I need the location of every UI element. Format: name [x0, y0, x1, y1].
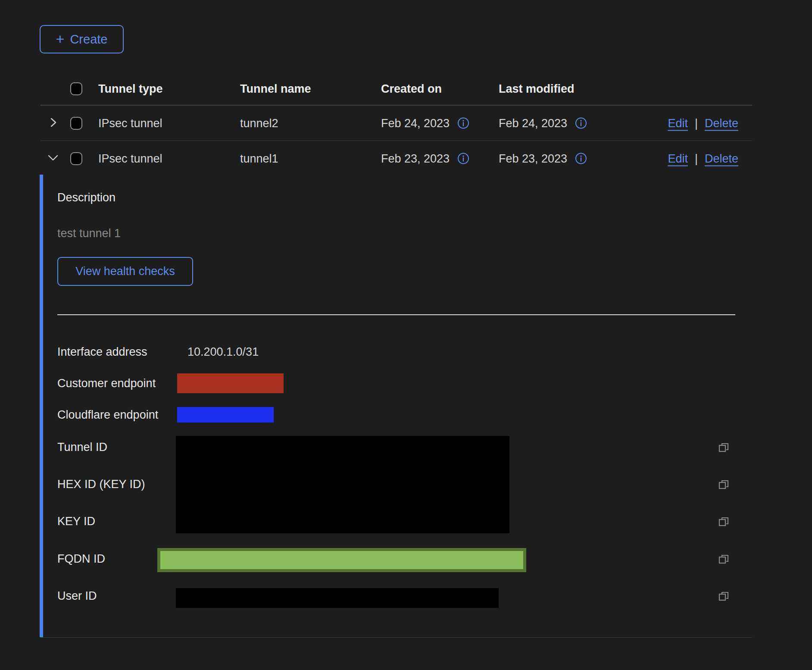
tunnel-name-value: tunnel2 [240, 116, 278, 130]
interface-address-value: 10.200.1.0/31 [187, 345, 259, 359]
action-separator: | [695, 116, 698, 130]
tunnel-name-value: tunnel1 [240, 152, 278, 165]
tunnel-type-value: IPsec tunnel [98, 116, 162, 130]
key-id-label: KEY ID [57, 515, 95, 528]
hex-id-label: HEX ID (KEY ID) [57, 478, 145, 491]
user-id-label: User ID [57, 589, 97, 603]
created-on-value: Feb 24, 2023 [381, 116, 450, 130]
table-row-tunnel1: IPsec tunnel tunnel1 Feb 23, 2023 Feb 23… [41, 141, 752, 176]
info-icon[interactable] [575, 153, 587, 165]
row-checkbox-tunnel2[interactable] [70, 117, 82, 130]
header-tunnel-type: Tunnel type [98, 82, 163, 95]
plus-icon: + [56, 31, 65, 46]
chevron-right-icon[interactable] [47, 117, 59, 128]
copy-icon[interactable] [718, 479, 730, 491]
select-all-checkbox-cell [70, 82, 82, 95]
copy-icon[interactable] [718, 590, 730, 602]
edit-link[interactable]: Edit [668, 152, 688, 165]
table-row-tunnel2: IPsec tunnel tunnel2 Feb 24, 2023 Feb 24… [41, 106, 752, 141]
tunnel-id-label: Tunnel ID [57, 441, 107, 454]
created-on-value: Feb 23, 2023 [381, 152, 450, 165]
info-icon[interactable] [575, 117, 587, 129]
header-created-on: Created on [381, 82, 442, 95]
delete-link[interactable]: Delete [705, 152, 738, 165]
interface-address-label: Interface address [57, 345, 147, 359]
action-separator: | [695, 152, 698, 165]
description-value: test tunnel 1 [57, 227, 121, 240]
fqdn-id-redaction [157, 548, 526, 572]
view-health-checks-button[interactable]: View health checks [57, 257, 193, 286]
last-modified-value: Feb 24, 2023 [499, 116, 567, 130]
row-checkbox-tunnel1[interactable] [70, 152, 82, 165]
copy-icon[interactable] [718, 441, 730, 454]
tunnel-table: Tunnel type Tunnel name Created on Last … [41, 72, 752, 176]
table-bottom-divider [41, 637, 752, 638]
header-tunnel-name: Tunnel name [240, 82, 311, 95]
header-last-modified: Last modified [499, 82, 575, 95]
info-icon[interactable] [457, 153, 469, 165]
info-icon[interactable] [457, 117, 469, 129]
create-button[interactable]: + Create [40, 25, 124, 53]
fqdn-id-label: FQDN ID [57, 552, 105, 566]
chevron-down-icon[interactable] [47, 152, 59, 163]
delete-link[interactable]: Delete [705, 116, 738, 130]
view-health-checks-label: View health checks [75, 265, 175, 278]
edit-link[interactable]: Edit [668, 116, 688, 130]
tunnel-id-redaction [176, 436, 509, 533]
copy-icon[interactable] [718, 516, 730, 528]
cloudflare-endpoint-label: Cloudflare endpoint [57, 408, 158, 422]
copy-icon[interactable] [718, 553, 730, 565]
description-label: Description [57, 191, 116, 204]
create-button-label: Create [70, 32, 107, 47]
select-all-checkbox[interactable] [70, 82, 82, 95]
customer-endpoint-redaction [177, 373, 284, 393]
last-modified-value: Feb 23, 2023 [499, 152, 567, 165]
table-header-row: Tunnel type Tunnel name Created on Last … [41, 72, 752, 106]
cloudflare-endpoint-redaction [177, 407, 274, 423]
tunnel-type-value: IPsec tunnel [98, 152, 162, 165]
customer-endpoint-label: Customer endpoint [57, 377, 156, 390]
panel-divider [57, 314, 735, 315]
expanded-row-indicator-bar [40, 175, 43, 637]
user-id-redaction [176, 588, 499, 608]
